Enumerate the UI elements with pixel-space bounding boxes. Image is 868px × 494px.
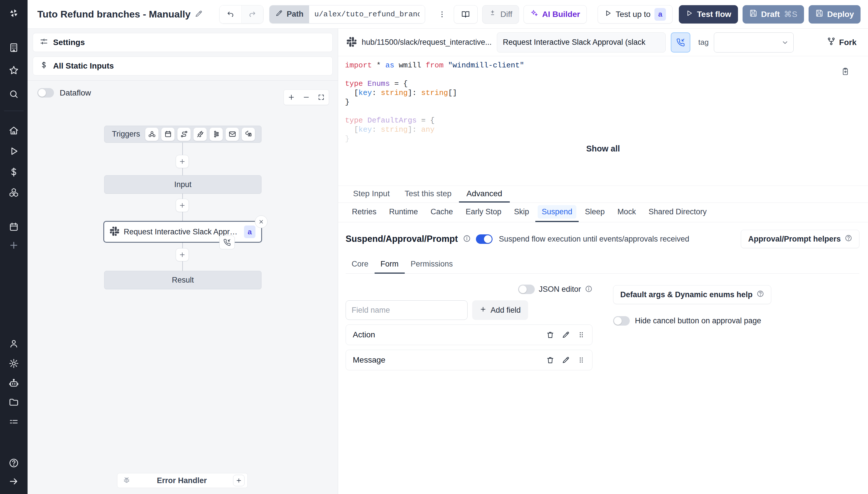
tab-advanced[interactable]: Advanced — [459, 186, 510, 203]
json-editor-toggle[interactable] — [518, 285, 535, 294]
dataflow-toggle[interactable] — [37, 88, 54, 97]
fit-view-button[interactable] — [314, 90, 329, 105]
add-step-button-2[interactable] — [176, 199, 189, 212]
flow-title: Tuto Refund branches - Manually — [37, 8, 190, 20]
sidebar-item-search[interactable] — [8, 89, 19, 99]
sidebar-item-favorites[interactable] — [8, 65, 19, 75]
info-icon[interactable] — [585, 285, 592, 294]
undo-button[interactable] — [220, 5, 241, 23]
edit-field-button[interactable] — [562, 331, 570, 339]
kafka-trigger-icon[interactable] — [209, 128, 223, 141]
field-name-input[interactable] — [346, 300, 467, 320]
ai-builder-button[interactable]: AI Builder — [523, 5, 587, 23]
sidebar-item-apps[interactable] — [8, 42, 19, 53]
sidebar-item-ai[interactable] — [8, 378, 19, 388]
sidebar-item-help[interactable] — [8, 458, 19, 468]
add-step-button-3[interactable] — [176, 248, 189, 261]
tag-select[interactable] — [714, 33, 794, 53]
diff-button[interactable]: Diff — [482, 5, 519, 23]
tab-core[interactable]: Core — [346, 260, 374, 274]
schedule-trigger-icon[interactable] — [161, 128, 174, 141]
path-edit-button[interactable]: Path — [270, 5, 310, 23]
tab-step-input[interactable]: Step Input — [346, 186, 397, 203]
tab-runtime[interactable]: Runtime — [383, 203, 425, 222]
slack-approval-step-node[interactable]: Request Interactive Slack Approval (... … — [103, 221, 262, 243]
tag-label: tag — [698, 38, 709, 47]
suspend-toggle[interactable] — [476, 234, 493, 244]
sidebar-item-settings[interactable] — [8, 358, 19, 369]
tab-skip[interactable]: Skip — [508, 203, 536, 222]
tab-suspend[interactable]: Suspend — [535, 203, 579, 222]
sidebar-item-more[interactable] — [8, 240, 19, 250]
websocket-trigger-icon[interactable] — [193, 128, 207, 141]
delete-field-button[interactable] — [546, 356, 554, 364]
input-node[interactable]: Input — [104, 175, 261, 194]
drag-field-handle[interactable] — [577, 331, 585, 339]
http-route-trigger-icon[interactable] — [178, 128, 190, 141]
draft-label: Draft — [761, 10, 780, 19]
show-all-button[interactable]: Show all — [586, 144, 620, 153]
zoom-in-button[interactable] — [284, 90, 299, 105]
result-node[interactable]: Result — [104, 271, 261, 289]
scraper-trigger-icon[interactable] — [242, 128, 255, 141]
sidebar-expand-button[interactable] — [8, 476, 19, 487]
tab-mock[interactable]: Mock — [611, 203, 642, 222]
triggers-node[interactable]: Triggers — [104, 126, 261, 142]
sidebar-item-resources[interactable] — [8, 187, 19, 198]
undo-redo-group — [219, 5, 263, 23]
path-input[interactable] — [309, 5, 425, 23]
email-trigger-icon[interactable] — [226, 128, 239, 141]
approval-prompt-helpers-button[interactable]: Approval/Prompt helpers — [741, 230, 860, 248]
drag-field-handle[interactable] — [577, 356, 585, 364]
suspend-shortcut-button[interactable] — [671, 33, 690, 53]
suspend-indicator-badge[interactable] — [219, 235, 235, 249]
hide-cancel-toggle[interactable] — [613, 316, 630, 326]
tab-sleep[interactable]: Sleep — [579, 203, 611, 222]
redo-button[interactable] — [241, 5, 263, 23]
sidebar-item-variables[interactable] — [8, 167, 19, 177]
sidebar-item-account[interactable] — [8, 339, 19, 349]
tab-permissions[interactable]: Permissions — [405, 260, 459, 274]
script-hub-path[interactable]: hub/11500/slack/request_interactive... — [362, 38, 492, 47]
webhook-trigger-icon[interactable] — [145, 128, 159, 141]
test-up-to-button[interactable]: Test up to a — [597, 5, 672, 23]
add-error-handler-button[interactable] — [233, 475, 244, 486]
sidebar-item-home[interactable] — [8, 125, 19, 136]
sidebar-item-workers[interactable] — [8, 417, 19, 427]
deploy-button[interactable]: Deploy — [809, 5, 861, 23]
play-icon — [604, 10, 612, 19]
copy-code-button[interactable] — [841, 67, 850, 77]
more-options-button[interactable] — [436, 5, 448, 23]
draft-button[interactable]: Draft ⌘S — [742, 5, 804, 23]
ai-builder-label: AI Builder — [542, 10, 580, 19]
add-field-button[interactable]: Add field — [472, 300, 528, 320]
test-flow-button[interactable]: Test flow — [679, 5, 738, 23]
default-args-help-button[interactable]: Default args & Dynamic enums help — [613, 285, 771, 304]
zoom-out-button[interactable] — [299, 90, 314, 105]
tab-shared-directory[interactable]: Shared Directory — [642, 203, 713, 222]
fork-button[interactable]: Fork — [827, 37, 856, 48]
delete-field-button[interactable] — [546, 331, 554, 339]
tab-test-this-step[interactable]: Test this step — [397, 186, 459, 203]
sidebar-item-folders[interactable] — [8, 397, 19, 407]
step-name-input[interactable] — [497, 33, 666, 53]
error-handler-node[interactable]: Error Handler — [117, 473, 248, 488]
code-editor[interactable]: import * as wmill from "windmill-client"… — [338, 56, 868, 186]
tab-retries[interactable]: Retries — [346, 203, 383, 222]
info-icon[interactable] — [463, 235, 471, 244]
docs-button[interactable] — [454, 5, 478, 23]
test-up-to-label: Test up to — [616, 10, 650, 19]
tab-cache[interactable]: Cache — [424, 203, 459, 222]
tab-early-stop[interactable]: Early Stop — [459, 203, 508, 222]
sidebar-item-runs[interactable] — [8, 146, 19, 156]
add-step-button-1[interactable] — [176, 155, 189, 168]
edit-field-button[interactable] — [562, 356, 570, 364]
question-icon — [845, 234, 852, 244]
sidebar-item-schedules[interactable] — [8, 222, 19, 232]
delete-step-button[interactable] — [255, 215, 267, 228]
windmill-logo-icon[interactable] — [8, 8, 19, 18]
edit-title-icon[interactable] — [195, 10, 203, 19]
tab-form[interactable]: Form — [374, 260, 405, 274]
flow-settings-button[interactable]: Settings — [33, 33, 333, 52]
all-static-inputs-button[interactable]: All Static Inputs — [33, 57, 333, 75]
